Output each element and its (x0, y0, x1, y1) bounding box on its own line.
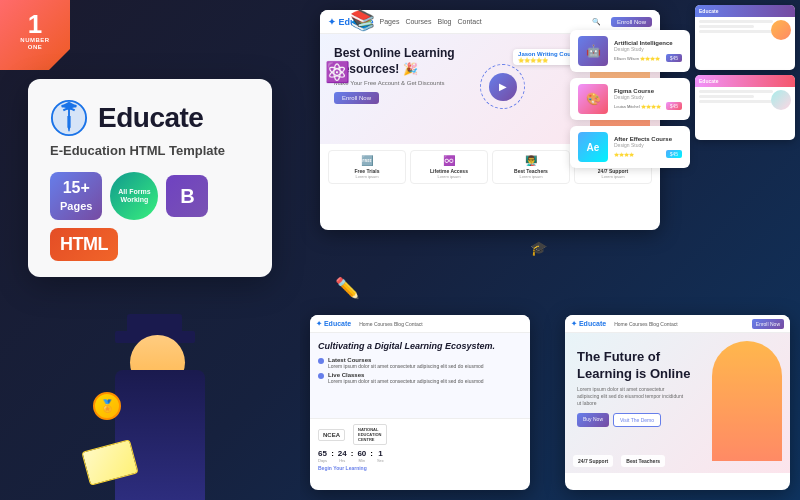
ss-br-stats: 24/7 Support Best Teachers (573, 455, 665, 467)
grad-medal: 🏅 (93, 392, 121, 420)
ss-top-nav-links: Pages Courses Blog Contact (380, 18, 586, 25)
pages-count: 15+ (60, 178, 92, 199)
deco-book-icon: 📚 (350, 8, 375, 32)
screenshot-bottom-left: ✦ Educate Home Courses Blog Contact Cult… (310, 315, 530, 490)
course-card-figma: 🎨 Figma Course Design Study Louisa Mitch… (570, 78, 690, 120)
left-panel: Educate E-Education HTML Template 15+ Pa… (0, 0, 300, 500)
mini-screenshot-1: Educate (695, 5, 795, 70)
ss-bl-bottom: NCEA NATIONALEDUCATIONCENTRE 65 Days : 2… (310, 418, 530, 476)
bootstrap-letter: B (180, 185, 194, 208)
ss-bl-begin-label: Begin Your Learning (318, 465, 522, 471)
html-text: HTML (60, 234, 108, 254)
main-container: 1 NUMBER ONE (0, 0, 800, 500)
forms-line2: Working (120, 196, 148, 204)
ss-hero-btn[interactable]: Enroll Now (334, 92, 379, 104)
top-right-mini-screenshots: Educate Educate (695, 5, 795, 140)
ss-bl-logo: ✦ Educate (316, 320, 351, 328)
forms-line1: All Forms (118, 188, 150, 196)
brand-tagline: E-Education HTML Template (50, 143, 250, 158)
mini-screenshot-2: Educate (695, 75, 795, 140)
badge-forms: All Forms Working (110, 172, 158, 220)
ss-br-nav: ✦ Educate Home Courses Blog Contact Enro… (565, 315, 790, 333)
ss-bl-brand-logos: NCEA NATIONALEDUCATIONCENTRE (318, 424, 522, 445)
deco-pencil-icon: ✏️ (335, 276, 360, 300)
ss-hero-title: Best Online Learning Resources! 🎉 (334, 46, 464, 77)
course-cards: 🤖 Artificial Intelligence Design Study E… (570, 30, 690, 168)
badge-bootstrap: B (166, 175, 208, 217)
ss-br-sub: Lorem ipsum dolor sit amet consectetur a… (577, 386, 687, 407)
mini1-logo: Educate (699, 8, 718, 14)
ss-feature-teachers: 👨‍🏫 Best Teachers Lorem ipsum (492, 150, 570, 184)
course-card-ae: Ae After Effects Course Design Study ⭐⭐⭐… (570, 126, 690, 168)
ss-feature-free-trials: 🆓 Free Trials Lorem ipsum (328, 150, 406, 184)
ss-br-logo: ✦ Educate (571, 320, 606, 328)
ss-feature-lifetime: ♾️ Lifetime Access Lorem ipsum (410, 150, 488, 184)
brand-name: Educate (98, 102, 203, 134)
brand-logo-row: Educate (50, 99, 250, 137)
ss-bl-item-2: Live Classes Lorem ipsum dolor sit amet … (318, 372, 522, 385)
pages-label: Pages (60, 200, 92, 212)
mini2-person (771, 90, 791, 110)
ss-bl-item-1: Latest Courses Lorem ipsum dolor sit ame… (318, 357, 522, 370)
course-card-ai: 🤖 Artificial Intelligence Design Study E… (570, 30, 690, 72)
brand-card: Educate E-Education HTML Template 15+ Pa… (28, 79, 272, 277)
badge-html: HTML (50, 228, 118, 261)
badge-pages: 15+ Pages (50, 172, 102, 219)
ss-hero-sub: Make Your Free Account & Get Discounts (334, 80, 454, 86)
ss-bl-content: Cultivating a Digital Learning Ecosystem… (310, 333, 530, 418)
mini2-logo: Educate (699, 78, 718, 84)
screenshot-bottom-right: ✦ Educate Home Courses Blog Contact Enro… (565, 315, 790, 490)
grad-body (115, 370, 205, 500)
ss-spin-circle: ▶ (480, 64, 525, 109)
graduate-illustration: 🏅 (85, 330, 245, 500)
ss-bl-timer: 65 Days : 24 Hrs : 60 Min : 1 (318, 449, 522, 463)
right-panel: ✦ Educate Pages Courses Blog Contact 🔍 E… (300, 0, 800, 500)
ss-bl-nav: ✦ Educate Home Courses Blog Contact (310, 315, 530, 333)
ss-br-demo-btn[interactable]: Visit The Demo (613, 413, 661, 427)
ss-br-title: The Future of Learning is Online (577, 349, 697, 383)
ss-br-buy-btn[interactable]: Buy Now (577, 413, 609, 427)
deco-atom-icon: ⚛️ (325, 60, 350, 84)
ss-br-hero: The Future of Learning is Online Lorem i… (565, 333, 790, 473)
deco-cap-icon: 🎓 (530, 240, 547, 256)
brand-logo-icon (50, 99, 88, 137)
mini1-person (771, 20, 791, 40)
ss-enroll-btn[interactable]: Enroll Now (611, 17, 652, 27)
ss-br-student (712, 341, 782, 461)
badges-row: 15+ Pages All Forms Working B HTML (50, 172, 250, 261)
ss-bl-title: Cultivating a Digital Learning Ecosystem… (318, 341, 522, 353)
